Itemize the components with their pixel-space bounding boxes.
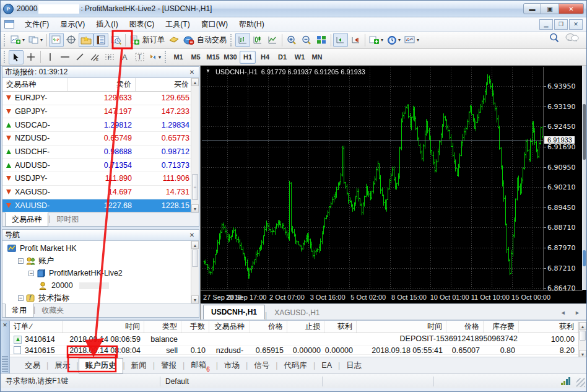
terminal-tab-EA[interactable]: EA	[315, 359, 338, 372]
terminal-toggle-button[interactable]	[93, 33, 108, 47]
terminal-col-5[interactable]: 价格	[250, 321, 287, 333]
close-icon[interactable]: ✕	[188, 232, 196, 238]
bar-chart-button[interactable]	[235, 33, 250, 47]
status-profile[interactable]: Default	[160, 377, 323, 386]
terminal-col-2[interactable]: 类型	[144, 321, 181, 333]
tree-item-20000[interactable]: 20000	[2, 279, 199, 292]
autotrading-button[interactable]: 自动交易	[181, 33, 228, 47]
market-watch-row[interactable]: USDJPY-111.890111.906	[2, 172, 199, 186]
horizontal-line-tool-button[interactable]	[58, 50, 72, 64]
market-watch-row[interactable]: AUDUSD-0.713540.71373	[2, 159, 199, 172]
profiles-button[interactable]: ▾	[27, 33, 45, 47]
close-icon[interactable]: ✕	[188, 69, 196, 76]
tree-item-技术指标[interactable]: −f技术指标	[2, 292, 199, 304]
market-watch-row[interactable]: GBPJPY-147.197147.233	[2, 105, 199, 119]
scroll-down-icon[interactable]: ▼	[191, 204, 199, 212]
arrows-dropdown[interactable]: ▾	[159, 54, 161, 60]
arrows-tool-button[interactable]: ▾	[147, 50, 163, 64]
chart-window-icon[interactable]	[4, 20, 14, 28]
periods-dropdown[interactable]: ▾	[398, 37, 401, 43]
terminal-tab-代码库[interactable]: 代码库	[278, 359, 314, 373]
tree-expand-icon[interactable]: −	[28, 271, 34, 276]
close-icon[interactable]: ✕	[1, 321, 9, 328]
child-restore-button[interactable]: ❐	[554, 19, 568, 30]
navigator-toggle-button[interactable]	[79, 33, 93, 47]
terminal-col-10[interactable]: 库存费	[484, 321, 519, 333]
timeframe-H4[interactable]: H4	[257, 51, 273, 64]
terminal-tab-市场[interactable]: 市场	[218, 359, 246, 373]
tree-item-Profit Market HK[interactable]: Profit Market HK	[2, 242, 199, 255]
terminal-tab-信号[interactable]: 信号	[248, 359, 276, 373]
price-scale[interactable]: 6.939506.931906.924506.916906.909506.902…	[543, 67, 581, 290]
chart-collapse-icon[interactable]: ▼	[206, 68, 211, 76]
chat-icon[interactable]	[565, 33, 579, 43]
terminal-col-1[interactable]: 时间	[63, 321, 144, 333]
toolbar-grip[interactable]	[4, 51, 7, 63]
chart-scrollbar[interactable]	[582, 66, 586, 290]
market-watch-row[interactable]: USDCAD-1.298121.29834	[2, 118, 199, 132]
menu-文件(F)[interactable]: 文件(F)	[19, 17, 54, 32]
terminal-row[interactable]: 34106142018.09.14 08:06:59balance100.00D…	[10, 333, 586, 346]
toolbar-grip[interactable]	[4, 34, 7, 46]
tree-item-ProfitMarketHK-Live2[interactable]: −ProfitMarketHK-Live2	[2, 267, 199, 279]
timeframe-H1[interactable]: H1	[240, 51, 256, 64]
auto-scroll-button[interactable]	[333, 33, 348, 47]
zoom-out-button[interactable]	[299, 33, 314, 47]
toolbar-grip[interactable]	[230, 34, 233, 46]
chart-window[interactable]: ▼ USDCNH-,H1 6.91779 6.91937 6.91205 6.9…	[200, 66, 586, 303]
toolbar-grip[interactable]	[165, 51, 168, 63]
channel-tool-button[interactable]: E	[87, 50, 102, 64]
terminal-tab-交易[interactable]: 交易	[19, 359, 46, 373]
tree-expand-icon[interactable]: −	[18, 258, 24, 264]
chart-tab-USDCNH-,H1[interactable]: USDCNH-,H1	[203, 305, 265, 320]
scroll-up-icon[interactable]: ▲	[579, 322, 586, 330]
menu-显示(V)[interactable]: 显示(V)	[54, 17, 90, 32]
terminal-row[interactable]: 34106152018.09.14 08:08:04sell0.10nzdusd…	[10, 346, 586, 355]
metaeditor-button[interactable]	[167, 33, 181, 47]
scrollbar-thumb[interactable]: ≡	[192, 174, 198, 200]
new-order-button[interactable]: 新订单	[128, 33, 167, 47]
vertical-line-tool-button[interactable]	[43, 50, 58, 64]
market-watch-row[interactable]: NZDUSD-0.657490.65773	[2, 132, 199, 146]
navigator-scrollbar[interactable]: ▲ ▼	[191, 241, 199, 303]
timeframe-M5[interactable]: M5	[188, 51, 204, 64]
window-restore-button[interactable]: ▣	[541, 3, 559, 14]
crosshair-tool-button[interactable]	[24, 50, 38, 64]
terminal-tab-展示[interactable]: 展示	[48, 359, 76, 373]
fibonacci-tool-button[interactable]: F	[102, 50, 117, 64]
zoom-in-button[interactable]	[284, 33, 299, 47]
data-window-button[interactable]	[64, 33, 79, 47]
market-watch-tab-交易品种[interactable]: 交易品种	[5, 212, 48, 227]
terminal-col-11[interactable]: 获利	[519, 321, 578, 333]
chart-shift-button[interactable]	[348, 33, 363, 47]
timeframe-M30[interactable]: M30	[222, 51, 238, 64]
timeframe-M1[interactable]: M1	[170, 51, 186, 64]
candlestick-button[interactable]	[250, 33, 265, 47]
text-label-tool-button[interactable]: T	[132, 50, 147, 64]
trendline-tool-button[interactable]	[72, 50, 87, 64]
line-chart-button[interactable]	[265, 33, 280, 47]
search-symbols-icon[interactable]	[549, 33, 559, 43]
market-watch-row[interactable]: EURJPY-129.633129.655	[2, 92, 199, 105]
indicators-dropdown[interactable]: ▾	[381, 37, 383, 43]
timeframe-M15[interactable]: M15	[205, 51, 221, 64]
terminal-tab-账户历史[interactable]: 账户历史	[79, 358, 123, 373]
terminal-tab-日志[interactable]: 日志	[340, 359, 368, 373]
navigator-tab-收藏夹[interactable]: 收藏夹	[35, 304, 70, 317]
chart-tab-XAGUSD-,H1[interactable]: XAGUSD-,H1	[267, 306, 327, 320]
terminal-col-3[interactable]: 手数	[181, 321, 209, 333]
time-axis[interactable]: 27 Sep 201828 Sep 17:002 Oct 07:003 Oct …	[201, 290, 583, 303]
market-watch-scrollbar[interactable]: ▲ ≡ ▼	[191, 78, 199, 212]
templates-dropdown[interactable]: ▾	[417, 37, 419, 43]
window-close-button[interactable]: ✕	[559, 3, 584, 14]
menu-帮助(H)[interactable]: 帮助(H)	[233, 17, 270, 32]
timeframe-W1[interactable]: W1	[292, 51, 308, 64]
terminal-col-7[interactable]: 获利	[324, 321, 357, 333]
scroll-down-icon[interactable]: ▼	[191, 295, 199, 303]
market-watch-row[interactable]: XAGUSD-14.69714.731	[2, 186, 199, 199]
child-minimize-button[interactable]: ▁	[539, 19, 553, 30]
market-watch-row[interactable]: USDCHF-0.986880.98712	[2, 146, 199, 159]
chart-tab-scroll-arrows[interactable]: ◄ ►	[560, 310, 584, 320]
periods-button[interactable]: ▾	[385, 33, 402, 47]
menu-图表(C)[interactable]: 图表(C)	[124, 17, 160, 32]
